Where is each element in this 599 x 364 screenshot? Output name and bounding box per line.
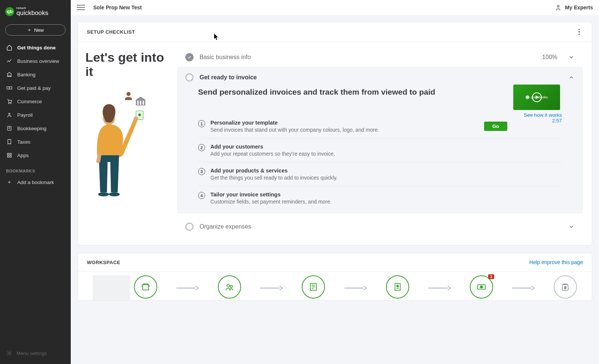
step-personalize-template: 1 Personalize your template Send invoice…: [198, 114, 507, 138]
svg-point-39: [480, 286, 483, 288]
menu-settings[interactable]: Menu settings: [0, 346, 71, 360]
step-desc: Get the things you sell ready to add to …: [210, 175, 562, 181]
chevron-down-icon: [568, 54, 575, 61]
topbar: Sole Prop New Test My Experts: [71, 0, 599, 15]
svg-point-19: [138, 114, 141, 116]
sidebar-item-payroll[interactable]: Payroll: [0, 108, 71, 122]
circle-icon: [185, 73, 194, 82]
nav-label: Get things done: [17, 45, 56, 51]
cash-icon: [6, 85, 13, 91]
sidebar-item-apps[interactable]: Apps: [0, 149, 71, 162]
arrow-icon: [157, 284, 218, 292]
svg-point-35: [396, 285, 398, 287]
svg-point-17: [127, 92, 131, 96]
accordion-panel-invoice: Get ready to invoice quickbooks See how …: [177, 67, 583, 214]
logo[interactable]: qb intuit quickbooks: [0, 4, 71, 21]
nav-label: Apps: [17, 153, 29, 158]
svg-rect-24: [143, 285, 149, 290]
workspace-node-1[interactable]: [134, 275, 157, 299]
setup-card: SETUP CHECKLIST Let's get into it: [77, 22, 592, 245]
sidebar-item-get-paid[interactable]: Get paid & pay: [0, 81, 71, 95]
go-button[interactable]: Go: [484, 122, 507, 131]
workspace-node-5[interactable]: 1: [470, 275, 493, 299]
svg-point-3: [10, 103, 11, 104]
sidebar-item-commerce[interactable]: Commerce: [0, 95, 71, 108]
nav-label: Business overview: [17, 58, 59, 64]
svg-point-27: [230, 285, 232, 288]
bank-icon: [6, 71, 13, 78]
svg-rect-6: [7, 153, 9, 155]
svg-point-23: [109, 192, 120, 196]
new-label: New: [34, 27, 44, 33]
nav-label: Commerce: [17, 99, 42, 104]
expert-icon: [554, 4, 562, 11]
accordion-label: Get ready to invoice: [200, 74, 257, 81]
video-thumbnail[interactable]: quickbooks: [513, 85, 560, 110]
svg-rect-0: [7, 87, 12, 89]
main: Sole Prop New Test My Experts SETUP CHEC…: [71, 0, 599, 364]
hamburger-icon[interactable]: [77, 3, 85, 12]
arrow-icon: [493, 284, 554, 292]
workspace-node-3[interactable]: [302, 275, 325, 299]
accordion-item-invoice[interactable]: Get ready to invoice: [177, 67, 583, 82]
grid-icon: [6, 152, 13, 159]
accordion-item-basic-info[interactable]: Basic business info 100%: [177, 48, 583, 67]
nav-label: Banking: [17, 72, 36, 77]
step-desc: Send invoices that stand out with your c…: [210, 127, 479, 133]
help-link[interactable]: Help improve this page: [529, 259, 583, 265]
workspace-node-4[interactable]: [386, 275, 409, 299]
nav-label: Bookkeeping: [17, 126, 46, 131]
sidebar-item-bookkeeping[interactable]: Bookkeeping: [0, 122, 71, 135]
svg-marker-13: [135, 97, 146, 100]
svg-point-21: [134, 117, 139, 122]
svg-rect-14: [137, 101, 139, 105]
book-icon: [6, 125, 13, 132]
accordion-label: Basic business info: [200, 54, 251, 61]
setup-heading: Let's get into it: [85, 50, 170, 79]
video-link[interactable]: See how it works 2:57: [513, 112, 562, 123]
svg-text:$: $: [564, 286, 566, 290]
illustration: [85, 85, 170, 205]
chevron-down-icon: [568, 223, 575, 230]
svg-point-4: [9, 113, 10, 114]
add-bookmark-label: Add a bookmark: [17, 180, 54, 185]
add-bookmark[interactable]: ＋ Add a bookmark: [0, 175, 71, 189]
workspace-title: WORKSPACE: [87, 260, 120, 265]
step-title: Add your customers: [210, 144, 562, 150]
sidebar-item-banking[interactable]: Banking: [0, 68, 71, 81]
person-icon: [6, 111, 13, 118]
accordion-label: Organize expenses: [200, 223, 251, 230]
step-title: Tailor your invoice settings: [210, 192, 562, 198]
workspace-strip: 1 $: [78, 271, 592, 300]
workspace-node-2[interactable]: [218, 275, 241, 299]
step-number: 2: [198, 144, 205, 151]
svg-rect-16: [143, 101, 144, 105]
accordion-percent: 100%: [542, 54, 557, 61]
sidebar-item-business-overview[interactable]: Business overview: [0, 54, 71, 68]
svg-rect-7: [10, 153, 11, 155]
step-desc: Customize fields, set payment reminders,…: [210, 199, 562, 205]
sidebar-item-get-things-done[interactable]: Get things done: [0, 41, 71, 54]
sidebar-item-taxes[interactable]: Taxes: [0, 135, 71, 149]
workspace-node-6[interactable]: $: [554, 275, 577, 299]
chart-icon: [6, 58, 13, 64]
svg-point-1: [9, 88, 10, 89]
step-add-products: 3 Add your products & services Get the t…: [198, 162, 562, 186]
new-button[interactable]: ＋ New: [5, 24, 66, 36]
gear-icon: [6, 350, 13, 357]
plus-icon: ＋: [27, 27, 32, 33]
nav-label: Get paid & pay: [17, 85, 51, 91]
check-icon: [185, 53, 194, 61]
nav-label: Taxes: [17, 139, 30, 145]
setup-title: SETUP CHECKLIST: [87, 29, 135, 35]
expanded-title: Send personalized invoices and track the…: [198, 88, 562, 97]
logo-product: quickbooks: [16, 10, 48, 16]
kebab-icon[interactable]: [575, 28, 583, 36]
receipt-icon: [6, 138, 13, 145]
accordion-item-expenses[interactable]: Organize expenses: [177, 217, 583, 236]
my-experts-button[interactable]: My Experts: [554, 4, 593, 11]
logo-badge: qb: [5, 7, 14, 16]
svg-rect-15: [140, 101, 142, 105]
nav-label: Payroll: [17, 112, 33, 118]
company-name[interactable]: Sole Prop New Test: [93, 4, 142, 10]
